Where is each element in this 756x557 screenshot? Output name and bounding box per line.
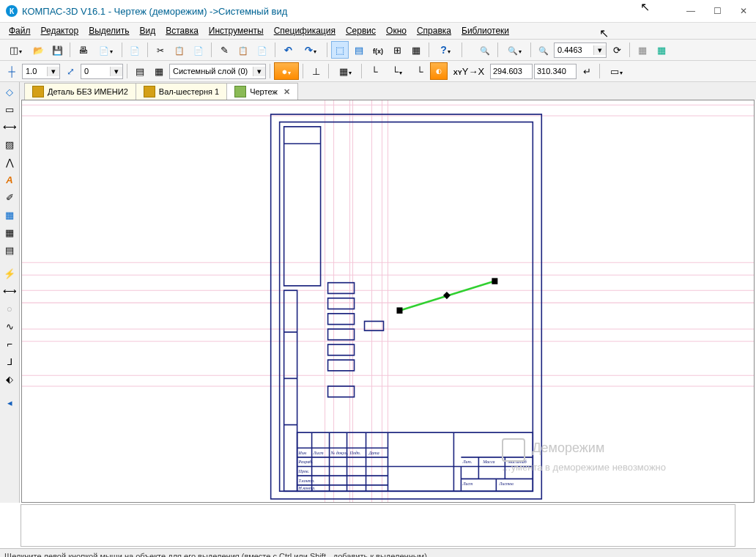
- menubar: Файл Редактор Выделить Вид Вставка Инстр…: [0, 23, 756, 40]
- svg-rect-29: [284, 290, 297, 491]
- layers-button[interactable]: ▤: [131, 62, 149, 80]
- tree-button[interactable]: ▤: [350, 41, 368, 59]
- paste-props-button[interactable]: [253, 41, 271, 59]
- menu-select[interactable]: Выделить: [84, 24, 133, 37]
- part-icon: [32, 86, 44, 97]
- measure-tool[interactable]: ⟷: [1, 283, 18, 299]
- property-panel[interactable]: [21, 504, 735, 547]
- layer-combo[interactable]: Системный слой (0)▾: [169, 64, 266, 79]
- preview-button[interactable]: [126, 41, 144, 59]
- spec-tool[interactable]: ⚡: [1, 265, 18, 281]
- snap-toggle-button[interactable]: ●: [274, 62, 299, 80]
- svg-text:Изм: Изм: [298, 451, 306, 455]
- param-tool[interactable]: ▦: [1, 224, 18, 240]
- svg-text:Дата: Дата: [368, 451, 379, 455]
- paste-button[interactable]: [190, 41, 207, 59]
- svg-text:№ докум.: № докум.: [330, 451, 349, 455]
- svg-rect-18: [280, 122, 533, 492]
- calc-button[interactable]: ▦: [407, 41, 425, 59]
- select-filter-button[interactable]: ▭: [604, 62, 629, 80]
- arc-tool[interactable]: ○: [1, 300, 18, 317]
- svg-rect-28: [328, 386, 355, 397]
- tab-shaft[interactable]: Вал-шестерня 1: [136, 83, 227, 100]
- new-button[interactable]: [3, 41, 28, 59]
- menu-view[interactable]: Вид: [136, 24, 160, 37]
- table-tool[interactable]: ▦: [1, 207, 18, 223]
- menu-spec[interactable]: Спецификация: [270, 24, 340, 37]
- dimensions-tool[interactable]: [1, 119, 18, 135]
- coord-x-field[interactable]: 294.603: [490, 64, 533, 79]
- hatch-tool[interactable]: [1, 136, 18, 152]
- ortho-button[interactable]: [307, 62, 325, 80]
- menu-service[interactable]: Сервис: [341, 24, 380, 37]
- maximize-button[interactable]: ☐: [711, 6, 724, 16]
- round-button[interactable]: ◐: [430, 62, 448, 80]
- zoom-window-button[interactable]: [502, 41, 527, 59]
- pan-button[interactable]: ▦: [634, 41, 651, 59]
- rotate-view-button[interactable]: ▦: [653, 41, 670, 59]
- curve-tool[interactable]: ∿: [1, 318, 18, 334]
- copy-tool[interactable]: ⅃: [1, 353, 18, 369]
- svg-text:Масштаб: Масштаб: [507, 460, 527, 464]
- statusbar: Щелкните левой кнопкой мыши на объекте д…: [0, 548, 756, 557]
- zoom-value-combo[interactable]: 0.4463▾: [554, 43, 607, 58]
- zoom-prev-button[interactable]: [535, 41, 552, 59]
- tab-drawing[interactable]: Чертеж✕: [226, 83, 298, 100]
- cut-button[interactable]: [152, 41, 169, 59]
- tab-detail[interactable]: Деталь БЕЗ ИМЕНИ2: [24, 83, 136, 100]
- select-tool[interactable]: ▭: [1, 101, 18, 117]
- layer-state-button[interactable]: ▦: [150, 62, 168, 80]
- print-button[interactable]: [74, 41, 92, 59]
- redo-button[interactable]: [298, 41, 323, 59]
- text-tool[interactable]: [1, 171, 18, 188]
- geometry-tool[interactable]: [1, 84, 18, 100]
- undo-button[interactable]: [279, 41, 297, 59]
- close-tab-icon[interactable]: ✕: [284, 87, 290, 97]
- app-icon: К: [6, 5, 18, 17]
- aux-tool[interactable]: ⌐: [1, 336, 18, 352]
- properties-button[interactable]: [215, 41, 233, 59]
- local-cs-button[interactable]: └: [366, 62, 383, 80]
- menu-libs[interactable]: Библиотеки: [457, 24, 514, 37]
- svg-rect-27: [328, 360, 355, 371]
- refresh-button[interactable]: ⟳: [608, 41, 626, 59]
- library-button[interactable]: ⊞: [388, 41, 406, 59]
- svg-rect-21: [328, 283, 355, 294]
- scale-combo[interactable]: 1.0▾: [22, 64, 60, 79]
- help-button[interactable]: [433, 41, 458, 59]
- save-button[interactable]: [48, 41, 66, 59]
- designations-tool[interactable]: ⋀: [1, 154, 18, 170]
- edit-tool[interactable]: [1, 189, 18, 205]
- variables-button[interactable]: [369, 41, 387, 59]
- views-tool[interactable]: ⬖: [1, 371, 18, 387]
- zoom-all-button[interactable]: [476, 41, 494, 59]
- menu-file[interactable]: Файл: [4, 24, 35, 37]
- copy-props-button[interactable]: [234, 41, 252, 59]
- manager-button[interactable]: [331, 41, 349, 59]
- cs-origin-button[interactable]: └: [385, 62, 410, 80]
- coord-y-field[interactable]: 310.340: [534, 64, 577, 79]
- menu-insert[interactable]: Вставка: [161, 24, 203, 37]
- copy-button[interactable]: [171, 41, 188, 59]
- menu-window[interactable]: Окно: [382, 24, 411, 37]
- svg-rect-19: [284, 127, 321, 286]
- minimize-button[interactable]: —: [684, 6, 697, 16]
- step-combo[interactable]: 0▾: [81, 64, 123, 79]
- menu-edit[interactable]: Редактор: [37, 24, 84, 37]
- coord-apply-button[interactable]: ↵: [578, 62, 596, 80]
- part-icon: [144, 86, 155, 97]
- sheet-tool[interactable]: ▤: [1, 242, 18, 258]
- menu-help[interactable]: Справка: [412, 24, 456, 37]
- cs-rotate-button[interactable]: └: [411, 62, 429, 80]
- collapse-button[interactable]: ◂: [1, 394, 18, 410]
- linetype-button[interactable]: ┼: [3, 62, 21, 80]
- print-preview-button[interactable]: [93, 41, 118, 59]
- menu-tools[interactable]: Инструменты: [204, 24, 268, 37]
- svg-rect-68: [443, 292, 451, 299]
- open-button[interactable]: [29, 41, 47, 59]
- grid-button[interactable]: [333, 62, 357, 80]
- toolbar-main: ▤ ⊞ ▦ 0.4463▾ ⟳ ▦ ▦: [0, 40, 756, 61]
- step-button[interactable]: ⤢: [62, 62, 79, 80]
- close-button[interactable]: ✕: [737, 6, 750, 16]
- drawing-canvas[interactable]: ИзмЛист№ докум.Подп.Дата Разраб. Пров. Т…: [21, 100, 755, 503]
